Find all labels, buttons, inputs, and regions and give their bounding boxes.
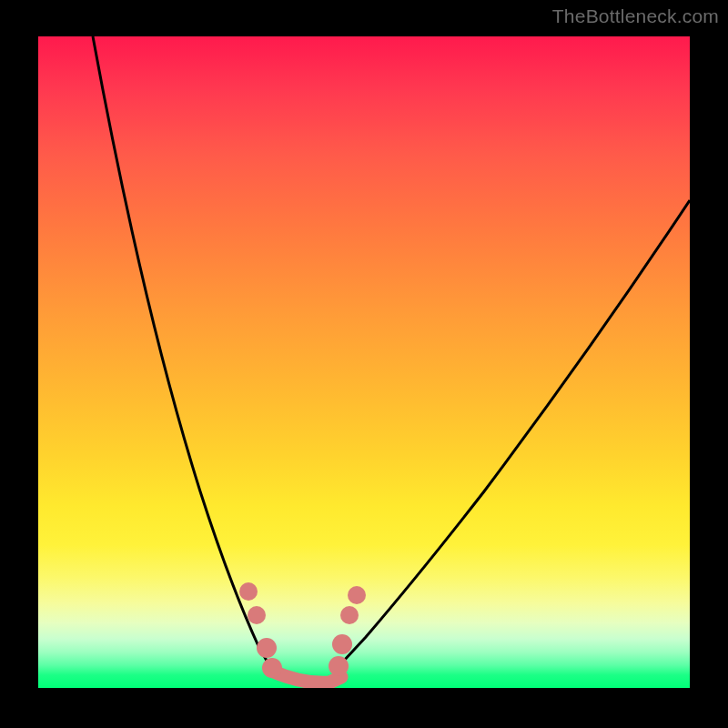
left-dot-4 xyxy=(262,658,282,678)
right-ascending-curve xyxy=(343,200,690,662)
right-dot-4 xyxy=(329,656,349,676)
left-dot-1 xyxy=(239,582,258,601)
right-dot-3 xyxy=(332,634,352,654)
right-dot-1 xyxy=(348,586,366,604)
watermark-text: TheBottleneck.com xyxy=(552,5,719,27)
left-dot-2 xyxy=(248,606,266,624)
right-dot-2 xyxy=(340,606,359,624)
plot-area xyxy=(38,36,690,688)
bottom-join xyxy=(271,671,341,682)
left-descending-curve xyxy=(93,36,270,667)
left-dot-3 xyxy=(257,638,277,658)
chart-frame: TheBottleneck.com xyxy=(0,0,728,728)
chart-svg xyxy=(38,36,690,688)
